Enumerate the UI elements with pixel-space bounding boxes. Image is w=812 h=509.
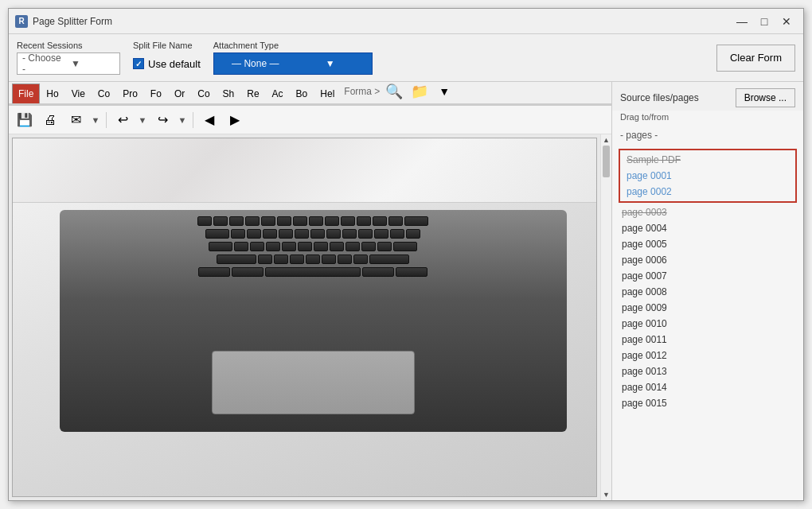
list-item[interactable]: page 0009 [617,300,798,316]
key [295,229,309,239]
pages-label: - pages - [620,130,795,141]
minimize-button[interactable]: — [732,14,752,29]
attachment-type-select[interactable]: — None — ▼ [213,52,373,75]
list-item[interactable]: page 0013 [617,363,798,379]
tab-home[interactable]: Ho [40,84,64,103]
tab-organize[interactable]: Or [168,84,191,103]
key-row-3 [60,240,568,253]
list-item[interactable]: page 0014 [617,379,798,395]
ribbon-more-label[interactable]: Forma > [344,86,380,97]
scroll-down-arrow[interactable]: ▼ [601,489,612,500]
tab-format[interactable]: Fo [144,84,168,103]
list-item[interactable]: page 0008 [617,284,798,300]
key [309,216,323,226]
recent-sessions-select[interactable]: - Choose - ▼ [17,52,120,75]
list-item[interactable]: page 0001 [622,168,794,184]
back-button[interactable]: ◀ [198,110,221,130]
attachment-type-label: Attachment Type [213,41,373,50]
doc-content: ▲ ▼ [9,134,611,500]
marble-top [13,138,596,203]
forward-button[interactable]: ▶ [224,110,246,130]
key [306,254,320,264]
tab-review[interactable]: Re [240,84,265,103]
page-preview-image [13,138,596,496]
key-shift-r [369,254,409,264]
email-button[interactable]: ✉ [64,110,87,130]
split-file-group: Split File Name Use default [133,41,201,75]
tab-bookmarks[interactable]: Bo [290,84,314,103]
list-item[interactable]: page 0006 [617,252,798,268]
recent-sessions-value: - Choose - [22,52,66,75]
attachment-type-group: Attachment Type — None — ▼ [213,41,373,75]
browse-button[interactable]: Browse ... [736,88,795,107]
key [374,229,388,239]
tab-components[interactable]: Co [92,84,116,103]
scrollbar-thumb[interactable] [603,146,610,177]
key [345,242,360,251]
key [310,229,325,239]
tab-view[interactable]: Vie [65,84,92,103]
key [314,242,328,251]
print-button[interactable]: 🖨 [39,110,61,130]
use-default-checkbox[interactable] [133,58,144,69]
keyboard-body [60,210,568,432]
maximize-button[interactable]: □ [754,14,775,29]
tab-share[interactable]: Sh [217,84,241,103]
app-icon: R [15,15,28,28]
list-item[interactable]: Sample PDF [622,152,794,168]
key [338,254,352,264]
list-item[interactable]: page 0005 [617,236,798,252]
list-item[interactable]: page 0007 [617,268,798,284]
key [258,254,272,264]
list-item[interactable]: page 0003 [617,204,798,220]
email-dropdown-arrow[interactable]: ▼ [90,110,101,130]
tab-access[interactable]: Ac [266,84,290,103]
list-item[interactable]: page 0015 [617,395,798,411]
scrollbar-track[interactable] [601,146,611,489]
key [342,229,357,239]
key-backspace [404,216,428,226]
split-file-label: Split File Name [133,41,201,50]
ribbon-collapse-button[interactable]: ▼ [434,84,455,99]
key-ctrl-r [396,267,427,277]
tab-properties[interactable]: Pro [116,84,144,103]
ribbon-search-icon[interactable]: 🔍 [383,82,405,101]
doc-toolbar: 💾 🖨 ✉ ▼ ↩ ▼ ↪ ▼ ◀ ▶ [9,106,611,134]
key [358,229,373,239]
pages-list[interactable]: Sample PDF page 0001 page 0002 page 0003… [612,147,803,500]
key-row-5 [60,266,568,278]
save-button[interactable]: 💾 [14,110,36,130]
key [213,216,228,226]
list-item[interactable]: page 0010 [617,316,798,332]
key [406,229,420,239]
key [279,229,293,239]
key [361,242,376,251]
list-item[interactable]: page 0002 [622,184,794,200]
ribbon-folder-icon[interactable]: 📁 [408,82,431,101]
scroll-up-arrow[interactable]: ▲ [601,134,612,146]
key [330,242,344,251]
tab-file[interactable]: File [12,84,40,103]
list-item[interactable]: page 0011 [617,332,798,348]
selected-pages-group: Sample PDF page 0001 page 0002 [619,149,797,203]
tab-help[interactable]: Hel [314,84,341,103]
list-item[interactable]: page 0004 [617,220,798,236]
key-space [265,267,361,277]
key [247,229,261,239]
redo-dropdown-arrow[interactable]: ▼ [177,110,188,130]
key [245,216,260,226]
key [377,242,392,251]
undo-dropdown-arrow[interactable]: ▼ [137,110,148,130]
clear-form-button[interactable]: Clear Form [716,45,795,72]
window-title: Page Splitter Form [33,16,112,27]
close-button[interactable]: ✕ [776,14,797,29]
drag-label: Drag to/from [612,111,803,126]
redo-button[interactable]: ↪ [151,110,174,130]
list-item[interactable]: page 0012 [617,348,798,363]
doc-scrollbar: ▲ ▼ [600,134,611,500]
tab-connect[interactable]: Co [191,84,216,103]
key [282,242,296,251]
undo-button[interactable]: ↩ [111,110,134,130]
title-bar: R Page Splitter Form — □ ✕ [9,9,803,34]
key [298,242,312,251]
